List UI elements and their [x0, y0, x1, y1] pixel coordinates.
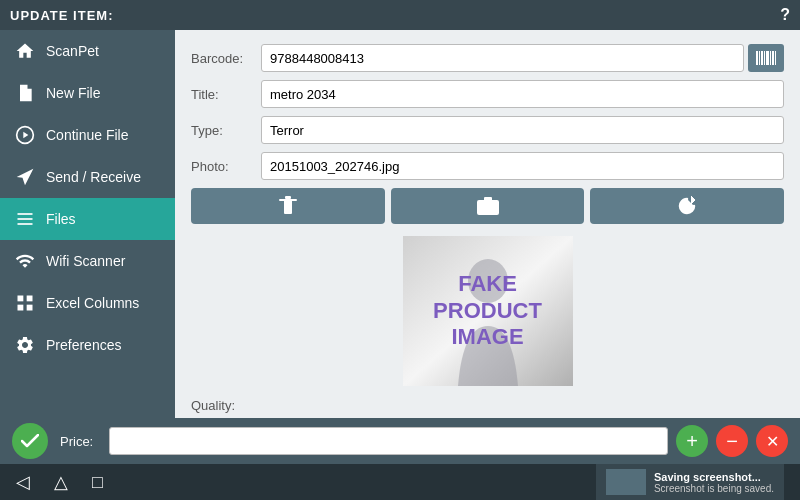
- page-title: UPDATE ITEM:: [10, 8, 113, 23]
- list-icon: [14, 208, 36, 230]
- quality-section: Quality: ★★★★★: [191, 398, 784, 418]
- notification-subtitle: Screenshot is being saved.: [654, 483, 774, 494]
- gear-icon: [14, 334, 36, 356]
- sidebar-item-label-new-file: New File: [46, 85, 100, 101]
- sidebar-item-label-scanpet: ScanPet: [46, 43, 99, 59]
- action-buttons: [191, 188, 784, 224]
- home-icon: [14, 40, 36, 62]
- svg-rect-13: [766, 51, 769, 65]
- svg-rect-17: [284, 200, 292, 214]
- svg-rect-19: [285, 196, 291, 199]
- content-area: Barcode:: [175, 30, 800, 418]
- notification-thumbnail: [606, 469, 646, 495]
- continue-icon: [14, 124, 36, 146]
- title-input[interactable]: [261, 80, 784, 108]
- barcode-scan-button[interactable]: [748, 44, 784, 72]
- bottom-bar: Price: + − ✕: [0, 418, 800, 464]
- svg-rect-10: [759, 51, 760, 65]
- refresh-button[interactable]: [590, 188, 784, 224]
- svg-rect-12: [764, 51, 765, 65]
- svg-rect-6: [27, 296, 33, 302]
- sidebar-item-send-receive[interactable]: Send / Receive: [0, 156, 175, 198]
- screenshot-notification: Saving screenshot... Screenshot is being…: [596, 464, 784, 500]
- photo-input[interactable]: [261, 152, 784, 180]
- quality-label: Quality:: [191, 398, 784, 413]
- svg-rect-4: [18, 223, 33, 225]
- sidebar-item-label-send-receive: Send / Receive: [46, 169, 141, 185]
- sidebar-item-files[interactable]: Files: [0, 198, 175, 240]
- svg-rect-2: [18, 213, 33, 215]
- file-icon: [14, 82, 36, 104]
- sidebar-item-label-preferences: Preferences: [46, 337, 121, 353]
- photo-preview: FAKEPRODUCTIMAGE: [403, 236, 573, 386]
- sidebar-item-preferences[interactable]: Preferences: [0, 324, 175, 366]
- type-input[interactable]: [261, 116, 784, 144]
- sidebar-item-wifi-scanner[interactable]: Wifi Scanner: [0, 240, 175, 282]
- sidebar: ScanPetNew FileContinue FileSend / Recei…: [0, 30, 175, 418]
- title-label: Title:: [191, 87, 261, 102]
- close-button[interactable]: ✕: [756, 425, 788, 457]
- price-label: Price:: [60, 434, 93, 449]
- sidebar-item-new-file[interactable]: New File: [0, 72, 175, 114]
- barcode-input[interactable]: [261, 44, 744, 72]
- help-button[interactable]: ?: [780, 6, 790, 24]
- sidebar-item-label-continue-file: Continue File: [46, 127, 129, 143]
- svg-rect-5: [18, 296, 24, 302]
- sidebar-item-excel-columns[interactable]: Excel Columns: [0, 282, 175, 324]
- send-icon: [14, 166, 36, 188]
- sidebar-item-scanpet[interactable]: ScanPet: [0, 30, 175, 72]
- delete-button[interactable]: [191, 188, 385, 224]
- sidebar-item-continue-file[interactable]: Continue File: [0, 114, 175, 156]
- nav-bar: ◁ △ □ Saving screenshot... Screenshot is…: [0, 464, 800, 500]
- photo-fake-text: FAKEPRODUCTIMAGE: [433, 271, 542, 350]
- title-row: Title:: [191, 80, 784, 108]
- svg-rect-3: [18, 218, 33, 220]
- top-bar: UPDATE ITEM: ?: [0, 0, 800, 30]
- svg-rect-18: [279, 199, 297, 201]
- home-nav-button[interactable]: △: [54, 471, 68, 493]
- svg-rect-16: [775, 51, 776, 65]
- svg-rect-14: [770, 51, 771, 65]
- notification-text: Saving screenshot... Screenshot is being…: [654, 471, 774, 494]
- recents-nav-button[interactable]: □: [92, 472, 103, 493]
- confirm-button[interactable]: [12, 423, 48, 459]
- svg-rect-15: [772, 51, 774, 65]
- barcode-row: Barcode:: [191, 44, 784, 72]
- barcode-label: Barcode:: [191, 51, 261, 66]
- photo-label: Photo:: [191, 159, 261, 174]
- svg-rect-8: [27, 305, 33, 311]
- svg-rect-11: [761, 51, 763, 65]
- grid-icon: [14, 292, 36, 314]
- svg-rect-9: [756, 51, 758, 65]
- camera-button[interactable]: [391, 188, 585, 224]
- sidebar-item-label-files: Files: [46, 211, 76, 227]
- type-row: Type:: [191, 116, 784, 144]
- type-label: Type:: [191, 123, 261, 138]
- wifi-icon: [14, 250, 36, 272]
- photo-row: Photo:: [191, 152, 784, 180]
- svg-rect-22: [484, 197, 492, 201]
- sidebar-item-label-excel-columns: Excel Columns: [46, 295, 139, 311]
- decrement-button[interactable]: −: [716, 425, 748, 457]
- svg-rect-7: [18, 305, 24, 311]
- notification-title: Saving screenshot...: [654, 471, 774, 483]
- photo-area: FAKEPRODUCTIMAGE: [191, 236, 784, 386]
- sidebar-item-label-wifi-scanner: Wifi Scanner: [46, 253, 125, 269]
- increment-button[interactable]: +: [676, 425, 708, 457]
- svg-marker-1: [23, 132, 28, 139]
- price-input[interactable]: [109, 427, 668, 455]
- back-nav-button[interactable]: ◁: [16, 471, 30, 493]
